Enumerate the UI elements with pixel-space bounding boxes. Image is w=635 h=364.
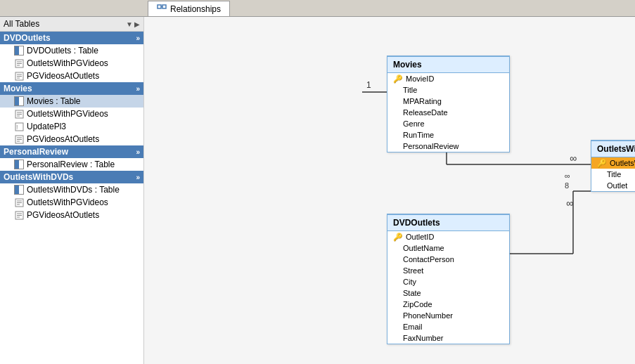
- db-field-street: Street: [387, 265, 509, 276]
- db-field-outletswithid: 🔑 OutletsWithDVDsID: [591, 157, 635, 169]
- sidebar-section-dvdoutlets[interactable]: DVDOutlets »: [0, 32, 143, 44]
- field-name: MPARating: [403, 97, 442, 105]
- field-name: State: [403, 289, 421, 297]
- db-table-movies-header: Movies: [387, 57, 509, 73]
- item-label: OutletsWithDVDs : Table: [27, 185, 120, 195]
- query-icon: [14, 210, 24, 220]
- sidebar-section-personalreview[interactable]: PersonalReview »: [0, 145, 143, 158]
- db-table-dvdoutlets-header: DVDOutlets: [387, 215, 509, 231]
- field-name: Genre: [403, 119, 425, 128]
- field-name: PersonalReview: [403, 142, 458, 150]
- sidebar-header-label: All Tables: [4, 19, 39, 29]
- query-icon: [14, 71, 24, 81]
- field-name: Outlet: [607, 181, 627, 190]
- svg-text:∞: ∞: [566, 197, 573, 209]
- item-label: DVDOutlets : Table: [27, 46, 98, 56]
- collapse-icon: »: [136, 34, 140, 42]
- key-icon: 🔑: [597, 159, 607, 168]
- field-name: Title: [403, 86, 417, 94]
- field-name: Email: [403, 323, 423, 331]
- db-field-contactperson: ContactPerson: [387, 254, 509, 265]
- field-name: PhoneNumber: [403, 311, 453, 320]
- table-icon: [14, 185, 24, 195]
- collapse-icon: »: [136, 85, 140, 93]
- db-field-genre: Genre: [387, 118, 509, 129]
- macro-icon: !: [14, 122, 24, 131]
- sidebar-section-outletswith[interactable]: OutletsWithDVDs »: [0, 171, 143, 183]
- db-field-mparating: MPARating: [387, 96, 509, 107]
- field-name: OutletID: [406, 233, 434, 241]
- field-name: OutletsWithDVDsID: [610, 159, 635, 167]
- sidebar-item-movies-table[interactable]: Movies : Table: [0, 95, 143, 108]
- sidebar-item-outletswith-query2[interactable]: PGVideosAtOutlets: [0, 209, 143, 221]
- field-name: City: [403, 278, 416, 286]
- sidebar-item-personalreview-table[interactable]: PersonalReview : Table: [0, 158, 143, 171]
- db-table-dvdoutlets[interactable]: DVDOutlets 🔑 OutletID OutletName Contact…: [387, 214, 510, 344]
- db-field-title: Title: [387, 84, 509, 96]
- db-field-owdvd-outlet: Outlet: [591, 180, 635, 191]
- item-label: PGVideosAtOutlets: [27, 210, 99, 220]
- sidebar-item-movies-query1[interactable]: OutletsWithPGVideos: [0, 108, 143, 120]
- section-label: Movies: [4, 84, 32, 93]
- sidebar-item-dvdoutlets-query2[interactable]: PGVideosAtOutlets: [0, 70, 143, 82]
- svg-rect-1: [162, 5, 166, 8]
- section-label: DVDOutlets: [4, 33, 51, 43]
- db-field-state: State: [387, 287, 509, 299]
- sidebar-item-movies-query2[interactable]: ! UpdatePl3: [0, 120, 143, 133]
- field-name: FaxNumber: [403, 334, 443, 342]
- db-field-city: City: [387, 276, 509, 287]
- db-field-releasedate: ReleaseDate: [387, 107, 509, 118]
- field-name: ContactPerson: [403, 255, 454, 264]
- main-layout: All Tables ▼ ▶ DVDOutlets » DVDOutlets :…: [0, 17, 635, 364]
- db-field-phonenumber: PhoneNumber: [387, 310, 509, 321]
- field-name: ZipCode: [403, 300, 432, 308]
- tab-label: Relationships: [170, 4, 221, 14]
- table-icon: [14, 160, 24, 169]
- collapse-icon: »: [136, 174, 140, 181]
- item-label: OutletsWithPGVideos: [27, 58, 108, 68]
- sidebar-item-movies-query3[interactable]: PGVideosAtOutlets: [0, 133, 143, 145]
- sidebar-item-dvdoutlets-query1[interactable]: OutletsWithPGVideos: [0, 57, 143, 70]
- svg-rect-0: [158, 5, 161, 8]
- field-name: MovieID: [406, 74, 434, 83]
- field-name: RunTime: [403, 131, 434, 139]
- item-label: Movies : Table: [27, 96, 80, 106]
- sidebar-item-dvdoutlets-table[interactable]: DVDOutlets : Table: [0, 44, 143, 57]
- db-table-movies[interactable]: Movies 🔑 MovieID Title MPARating Release…: [387, 56, 510, 152]
- query-icon: [14, 58, 24, 68]
- db-field-zipcode: ZipCode: [387, 299, 509, 310]
- svg-text:!: !: [16, 124, 18, 131]
- sidebar-item-outletswith-query1[interactable]: OutletsWithPGVideos: [0, 196, 143, 209]
- tab-bar: Relationships: [0, 0, 635, 17]
- sidebar-filter-icon[interactable]: ▼: [126, 20, 133, 28]
- field-name: Title: [607, 170, 621, 178]
- db-field-outletname: OutletName: [387, 242, 509, 254]
- sidebar-nav-icon[interactable]: ▶: [134, 20, 140, 28]
- sidebar: All Tables ▼ ▶ DVDOutlets » DVDOutlets :…: [0, 17, 144, 364]
- tab-relationships[interactable]: Relationships: [148, 1, 230, 16]
- query-icon: [14, 109, 24, 119]
- db-field-runtime: RunTime: [387, 129, 509, 141]
- svg-text:8: 8: [565, 181, 569, 190]
- section-label: PersonalReview: [4, 147, 68, 157]
- db-table-outletswith-header: OutletsWithDVDs: [591, 141, 635, 157]
- table-icon: [14, 96, 24, 106]
- sidebar-section-movies[interactable]: Movies »: [0, 82, 143, 95]
- db-table-outletswith[interactable]: OutletsWithDVDs 🔑 OutletsWithDVDsID Titl…: [591, 140, 635, 192]
- key-icon: 🔑: [393, 233, 403, 242]
- db-field-movieid: 🔑 MovieID: [387, 73, 509, 84]
- item-label: PersonalReview : Table: [27, 160, 115, 169]
- svg-text:∞: ∞: [565, 171, 570, 180]
- sidebar-header: All Tables ▼ ▶: [0, 17, 143, 32]
- sidebar-item-outletswith-table[interactable]: OutletsWithDVDs : Table: [0, 183, 143, 196]
- query-icon: [14, 134, 24, 144]
- table-icon: [14, 46, 24, 56]
- item-label: OutletsWithPGVideos: [27, 197, 108, 207]
- svg-text:1: 1: [366, 80, 371, 90]
- relationships-tab-icon: [157, 4, 167, 14]
- field-name: Street: [403, 266, 423, 275]
- db-field-outletid: 🔑 OutletID: [387, 231, 509, 242]
- key-icon: 🔑: [393, 74, 403, 84]
- section-label: OutletsWithDVDs: [4, 172, 73, 182]
- db-field-email: Email: [387, 321, 509, 332]
